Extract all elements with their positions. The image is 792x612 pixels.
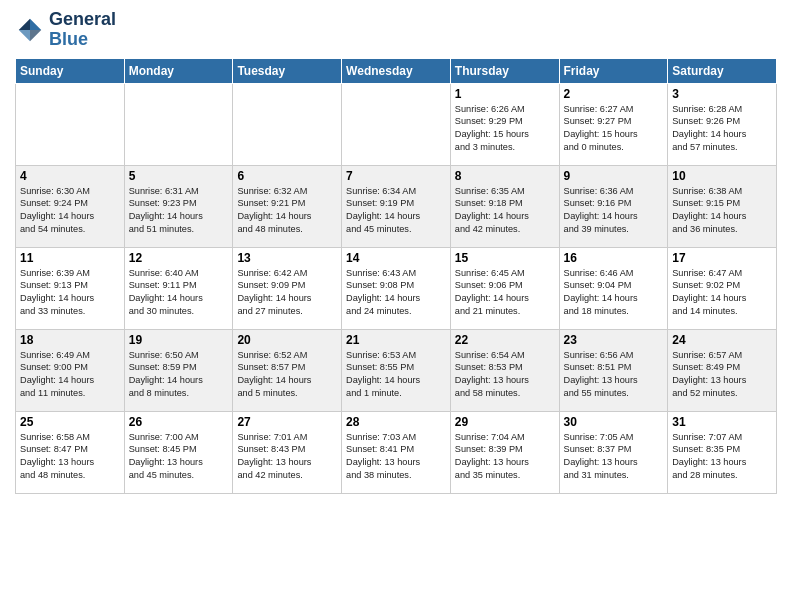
svg-marker-0 [30,19,41,30]
calendar-cell: 9Sunrise: 6:36 AM Sunset: 9:16 PM Daylig… [559,165,668,247]
day-info: Sunrise: 6:38 AM Sunset: 9:15 PM Dayligh… [672,185,772,237]
day-number: 19 [129,333,229,347]
calendar-cell: 30Sunrise: 7:05 AM Sunset: 8:37 PM Dayli… [559,411,668,493]
calendar-cell: 29Sunrise: 7:04 AM Sunset: 8:39 PM Dayli… [450,411,559,493]
weekday-header-tuesday: Tuesday [233,58,342,83]
calendar-cell [342,83,451,165]
calendar-cell: 24Sunrise: 6:57 AM Sunset: 8:49 PM Dayli… [668,329,777,411]
day-info: Sunrise: 6:36 AM Sunset: 9:16 PM Dayligh… [564,185,664,237]
day-info: Sunrise: 6:53 AM Sunset: 8:55 PM Dayligh… [346,349,446,401]
day-number: 23 [564,333,664,347]
day-info: Sunrise: 7:05 AM Sunset: 8:37 PM Dayligh… [564,431,664,483]
day-info: Sunrise: 6:35 AM Sunset: 9:18 PM Dayligh… [455,185,555,237]
day-info: Sunrise: 6:26 AM Sunset: 9:29 PM Dayligh… [455,103,555,155]
day-number: 7 [346,169,446,183]
calendar-cell: 12Sunrise: 6:40 AM Sunset: 9:11 PM Dayli… [124,247,233,329]
day-number: 14 [346,251,446,265]
svg-marker-3 [30,30,41,41]
day-number: 20 [237,333,337,347]
day-info: Sunrise: 6:45 AM Sunset: 9:06 PM Dayligh… [455,267,555,319]
day-info: Sunrise: 6:32 AM Sunset: 9:21 PM Dayligh… [237,185,337,237]
calendar-cell: 4Sunrise: 6:30 AM Sunset: 9:24 PM Daylig… [16,165,125,247]
calendar-cell: 23Sunrise: 6:56 AM Sunset: 8:51 PM Dayli… [559,329,668,411]
weekday-header-thursday: Thursday [450,58,559,83]
day-number: 13 [237,251,337,265]
calendar-cell: 21Sunrise: 6:53 AM Sunset: 8:55 PM Dayli… [342,329,451,411]
day-number: 18 [20,333,120,347]
day-number: 21 [346,333,446,347]
day-info: Sunrise: 6:50 AM Sunset: 8:59 PM Dayligh… [129,349,229,401]
day-number: 22 [455,333,555,347]
day-number: 9 [564,169,664,183]
calendar-cell: 17Sunrise: 6:47 AM Sunset: 9:02 PM Dayli… [668,247,777,329]
calendar-cell: 7Sunrise: 6:34 AM Sunset: 9:19 PM Daylig… [342,165,451,247]
calendar-cell: 1Sunrise: 6:26 AM Sunset: 9:29 PM Daylig… [450,83,559,165]
weekday-header-saturday: Saturday [668,58,777,83]
day-number: 24 [672,333,772,347]
svg-marker-1 [19,19,30,30]
calendar-cell: 2Sunrise: 6:27 AM Sunset: 9:27 PM Daylig… [559,83,668,165]
day-info: Sunrise: 6:58 AM Sunset: 8:47 PM Dayligh… [20,431,120,483]
logo: General Blue [15,10,116,50]
day-info: Sunrise: 7:07 AM Sunset: 8:35 PM Dayligh… [672,431,772,483]
day-number: 30 [564,415,664,429]
day-number: 12 [129,251,229,265]
weekday-header-row: SundayMondayTuesdayWednesdayThursdayFrid… [16,58,777,83]
day-number: 11 [20,251,120,265]
calendar-cell: 25Sunrise: 6:58 AM Sunset: 8:47 PM Dayli… [16,411,125,493]
calendar-cell: 22Sunrise: 6:54 AM Sunset: 8:53 PM Dayli… [450,329,559,411]
day-info: Sunrise: 6:46 AM Sunset: 9:04 PM Dayligh… [564,267,664,319]
day-number: 31 [672,415,772,429]
day-number: 5 [129,169,229,183]
calendar-cell [233,83,342,165]
calendar-cell: 27Sunrise: 7:01 AM Sunset: 8:43 PM Dayli… [233,411,342,493]
week-row-3: 11Sunrise: 6:39 AM Sunset: 9:13 PM Dayli… [16,247,777,329]
calendar-cell: 6Sunrise: 6:32 AM Sunset: 9:21 PM Daylig… [233,165,342,247]
day-number: 17 [672,251,772,265]
day-info: Sunrise: 7:04 AM Sunset: 8:39 PM Dayligh… [455,431,555,483]
calendar-body: 1Sunrise: 6:26 AM Sunset: 9:29 PM Daylig… [16,83,777,493]
day-number: 25 [20,415,120,429]
day-info: Sunrise: 6:52 AM Sunset: 8:57 PM Dayligh… [237,349,337,401]
page-container: General Blue SundayMondayTuesdayWednesda… [0,0,792,504]
day-number: 4 [20,169,120,183]
calendar-table: SundayMondayTuesdayWednesdayThursdayFrid… [15,58,777,494]
weekday-header-wednesday: Wednesday [342,58,451,83]
weekday-header-friday: Friday [559,58,668,83]
calendar-cell: 14Sunrise: 6:43 AM Sunset: 9:08 PM Dayli… [342,247,451,329]
weekday-header-monday: Monday [124,58,233,83]
calendar-cell: 31Sunrise: 7:07 AM Sunset: 8:35 PM Dayli… [668,411,777,493]
day-info: Sunrise: 6:30 AM Sunset: 9:24 PM Dayligh… [20,185,120,237]
week-row-2: 4Sunrise: 6:30 AM Sunset: 9:24 PM Daylig… [16,165,777,247]
logo-icon [15,15,45,45]
calendar-cell: 13Sunrise: 6:42 AM Sunset: 9:09 PM Dayli… [233,247,342,329]
day-info: Sunrise: 6:28 AM Sunset: 9:26 PM Dayligh… [672,103,772,155]
calendar-cell: 8Sunrise: 6:35 AM Sunset: 9:18 PM Daylig… [450,165,559,247]
day-info: Sunrise: 6:31 AM Sunset: 9:23 PM Dayligh… [129,185,229,237]
week-row-4: 18Sunrise: 6:49 AM Sunset: 9:00 PM Dayli… [16,329,777,411]
day-info: Sunrise: 6:27 AM Sunset: 9:27 PM Dayligh… [564,103,664,155]
weekday-header-sunday: Sunday [16,58,125,83]
week-row-5: 25Sunrise: 6:58 AM Sunset: 8:47 PM Dayli… [16,411,777,493]
day-info: Sunrise: 7:01 AM Sunset: 8:43 PM Dayligh… [237,431,337,483]
calendar-cell: 10Sunrise: 6:38 AM Sunset: 9:15 PM Dayli… [668,165,777,247]
page-header: General Blue [15,10,777,50]
day-info: Sunrise: 6:43 AM Sunset: 9:08 PM Dayligh… [346,267,446,319]
calendar-cell: 11Sunrise: 6:39 AM Sunset: 9:13 PM Dayli… [16,247,125,329]
calendar-cell: 28Sunrise: 7:03 AM Sunset: 8:41 PM Dayli… [342,411,451,493]
day-number: 16 [564,251,664,265]
day-info: Sunrise: 6:54 AM Sunset: 8:53 PM Dayligh… [455,349,555,401]
day-number: 15 [455,251,555,265]
day-info: Sunrise: 6:34 AM Sunset: 9:19 PM Dayligh… [346,185,446,237]
day-number: 1 [455,87,555,101]
svg-marker-2 [19,30,30,41]
calendar-cell: 3Sunrise: 6:28 AM Sunset: 9:26 PM Daylig… [668,83,777,165]
day-info: Sunrise: 6:42 AM Sunset: 9:09 PM Dayligh… [237,267,337,319]
day-number: 26 [129,415,229,429]
day-info: Sunrise: 6:40 AM Sunset: 9:11 PM Dayligh… [129,267,229,319]
day-number: 28 [346,415,446,429]
day-info: Sunrise: 7:03 AM Sunset: 8:41 PM Dayligh… [346,431,446,483]
day-info: Sunrise: 7:00 AM Sunset: 8:45 PM Dayligh… [129,431,229,483]
calendar-cell: 26Sunrise: 7:00 AM Sunset: 8:45 PM Dayli… [124,411,233,493]
day-info: Sunrise: 6:57 AM Sunset: 8:49 PM Dayligh… [672,349,772,401]
